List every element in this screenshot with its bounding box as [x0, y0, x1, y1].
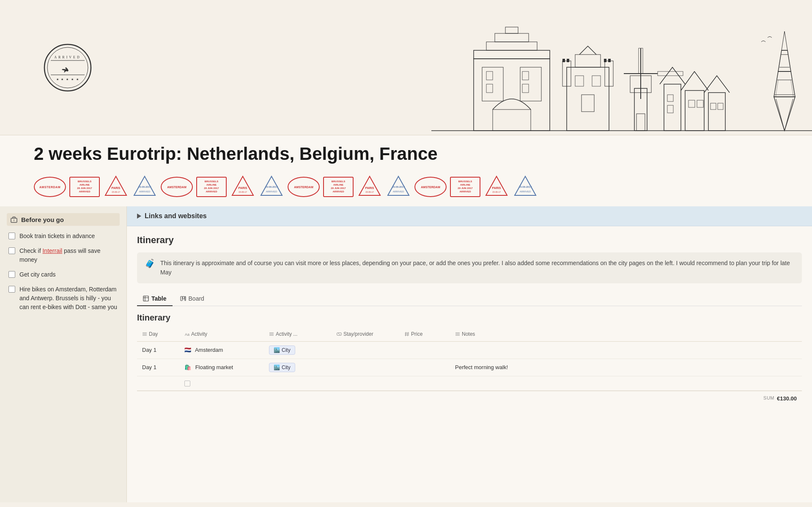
- cell-stay-3: [332, 376, 399, 391]
- table-row[interactable]: [137, 376, 802, 391]
- checklist-item-2: Check if Interrail pass will save money: [7, 246, 120, 265]
- checkbox-2[interactable]: [8, 247, 15, 254]
- cell-price-1: [399, 341, 450, 359]
- svg-text:Aa: Aa: [185, 332, 189, 337]
- svg-rect-80: [143, 296, 148, 301]
- cell-stay-2: [332, 359, 399, 376]
- stamp-amsterdam-4: AMSTERDAM: [414, 177, 447, 197]
- cell-day-1: Day 1: [137, 341, 179, 359]
- svg-rect-21: [575, 55, 601, 67]
- links-section[interactable]: Links and websites: [127, 206, 812, 226]
- links-section-title: Links and websites: [145, 212, 207, 220]
- city-badge-2: 🏙️ City: [269, 363, 295, 372]
- col-header-stay: Stay/provider: [332, 328, 399, 342]
- triangle-expand-icon: [137, 214, 141, 219]
- checklist-text-3: Get city cards: [19, 270, 56, 279]
- svg-rect-17: [505, 27, 518, 33]
- svg-rect-9: [493, 110, 531, 131]
- tab-board[interactable]: Board: [174, 292, 210, 306]
- page-title: 2 weeks Eurotrip: Netherlands, Belgium, …: [34, 144, 778, 164]
- stamp-brussels-2: BRUSSELSAIRLINE26 JUN 2017ARRIVED: [196, 177, 227, 197]
- svg-rect-40: [667, 105, 673, 113]
- table-row[interactable]: Day 1 🇳🇱 Amsterdam 🏙️ City: [137, 341, 802, 359]
- city-badge-1: 🏙️ City: [269, 345, 295, 355]
- hash-icon: [404, 332, 409, 337]
- svg-rect-45: [710, 103, 716, 110]
- checkbox-1[interactable]: [8, 233, 15, 239]
- svg-rect-26: [567, 59, 569, 62]
- checklist-item-3: Get city cards: [7, 269, 120, 280]
- svg-rect-28: [608, 59, 611, 62]
- col-header-activity-type: Activity ...: [264, 328, 332, 342]
- svg-rect-6: [474, 59, 550, 131]
- checklist-text-2: Check if Interrail pass will save money: [19, 247, 118, 264]
- city-badge-label-2: City: [282, 364, 291, 370]
- checklist-text-4: Hire bikes on Amsterdam, Rotterdam and A…: [19, 285, 118, 312]
- itinerary-section: Itinerary 🧳 This itinerary is approximat…: [127, 226, 812, 414]
- col-header-activity: Aa Activity: [179, 328, 264, 342]
- svg-text:ARRIVED: ARRIVED: [54, 55, 81, 59]
- svg-rect-84: [183, 296, 184, 299]
- page-header-area: 2 weeks Eurotrip: Netherlands, Belgium, …: [0, 135, 812, 206]
- svg-rect-14: [474, 50, 550, 59]
- stamp-brussels-4: BRUSSELSAIRLINE26 JUN 2017ARRIVED: [450, 177, 480, 197]
- activity-name-1: Amsterdam: [195, 347, 223, 353]
- stamp-paris-4: PARIS 15-06-17: [484, 174, 509, 200]
- svg-rect-12: [522, 71, 529, 80]
- svg-text:15-06-2017: 15-06-2017: [392, 186, 405, 188]
- table-row[interactable]: Day 1 🛍️ Floating market 🏙️ City: [137, 359, 802, 376]
- svg-point-0: [44, 44, 91, 91]
- svg-text:PARIS: PARIS: [239, 186, 247, 189]
- sidebar-section-title: Before you go: [7, 213, 120, 226]
- svg-line-51: [776, 80, 778, 97]
- stamp-amsterdam-3: AMSTERDAM: [288, 177, 320, 197]
- cell-activity-1: 🇳🇱 Amsterdam: [179, 341, 264, 359]
- stamp-amsterdam-1: AMSTERDAM: [34, 177, 66, 197]
- checkbox-3[interactable]: [8, 271, 15, 278]
- svg-text:ARRIVED: ARRIVED: [139, 190, 151, 193]
- cell-activity-3: [179, 376, 264, 391]
- sidebar: Before you go Book train tickets in adva…: [0, 206, 127, 502]
- skyline-illustration: [431, 25, 812, 135]
- flag-1: 🇳🇱: [184, 347, 191, 353]
- svg-text:15-06-2017: 15-06-2017: [138, 186, 151, 188]
- checklist-item-4: Hire bikes on Amsterdam, Rotterdam and A…: [7, 284, 120, 312]
- svg-text:ARRIVED: ARRIVED: [393, 190, 404, 193]
- svg-rect-37: [636, 114, 645, 131]
- cell-price-3: [399, 376, 450, 391]
- svg-point-1: [47, 47, 88, 88]
- sum-row: SUM €130.00: [137, 391, 802, 406]
- svg-text:ARRIVED: ARRIVED: [266, 190, 277, 193]
- svg-line-52: [791, 80, 793, 97]
- svg-rect-10: [486, 71, 493, 80]
- city-badge-label-1: City: [282, 347, 291, 353]
- cell-stay-1: [332, 341, 399, 359]
- city-badge-icon-1: 🏙️: [274, 347, 280, 353]
- tab-table[interactable]: Table: [137, 292, 173, 306]
- svg-text:15-06-17: 15-06-17: [112, 191, 120, 193]
- col-header-notes: Notes: [450, 328, 802, 342]
- cell-type-2: 🏙️ City: [264, 359, 332, 376]
- svg-rect-43: [697, 100, 703, 107]
- passport-stamp: ARRIVED ★ ★ ★ ★ ★: [42, 42, 93, 93]
- data-table: Day Aa Activity: [137, 328, 802, 391]
- stamp-brussels-3: BRUSSELSAIRLINE26 JUN 2017ARRIVED: [323, 177, 354, 197]
- svg-rect-27: [604, 59, 606, 62]
- cell-type-1: 🏙️ City: [264, 341, 332, 359]
- svg-text:15-06-2017: 15-06-2017: [265, 186, 278, 188]
- stamp-amsterdam-2: AMSTERDAM: [161, 177, 193, 197]
- stamp-paris-3: PARIS 15-06-17: [357, 174, 382, 200]
- interrail-link[interactable]: Interrail: [42, 247, 62, 254]
- board-icon: [180, 296, 186, 301]
- checkbox-4[interactable]: [8, 286, 15, 293]
- cell-activity-2: 🛍️ Floating market: [179, 359, 264, 376]
- svg-rect-16: [495, 33, 529, 42]
- svg-text:15-06-17: 15-06-17: [365, 191, 374, 193]
- note-icon: 🧳: [145, 258, 155, 269]
- text-icon: Aa: [184, 332, 189, 337]
- svg-rect-41: [685, 90, 704, 131]
- svg-rect-36: [658, 71, 683, 76]
- flag-2: 🛍️: [184, 364, 191, 370]
- svg-rect-23: [592, 76, 601, 86]
- svg-rect-42: [689, 100, 695, 107]
